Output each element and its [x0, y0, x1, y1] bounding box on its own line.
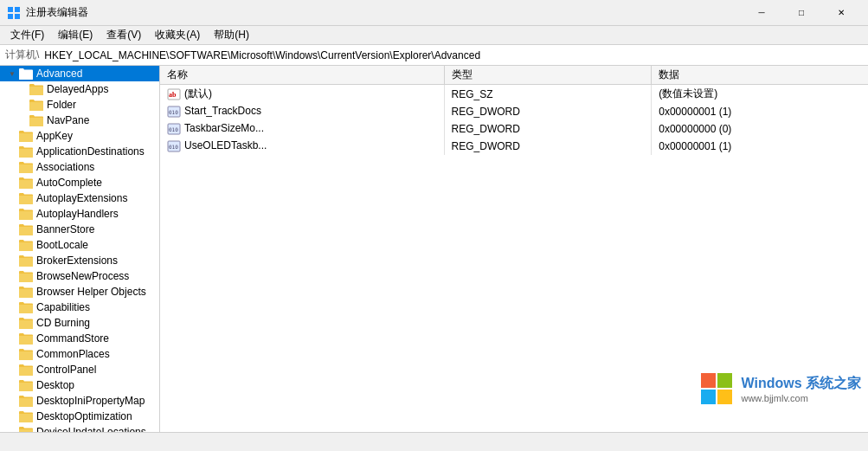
reg-type-cell: REG_DWORD [444, 138, 652, 155]
folder-icon [19, 285, 33, 299]
folder-icon [19, 145, 33, 158]
tree-item[interactable]: Browser Helper Objects [0, 284, 159, 300]
folder-icon [19, 363, 33, 377]
tree-item-label: AutoplayExtensions [36, 192, 127, 204]
menu-edit[interactable]: 编辑(E) [51, 26, 100, 44]
folder-icon [19, 222, 33, 236]
menu-favorites[interactable]: 收藏夹(A) [148, 26, 207, 44]
tree-item-label: CommandStore [36, 332, 109, 345]
close-button[interactable]: ✕ [821, 0, 861, 26]
tree-item-label: AutoplayHandlers [36, 208, 119, 220]
tree-item-label: ControlPanel [36, 364, 96, 376]
tree-item[interactable]: BrokerExtensions [0, 253, 159, 268]
tree-item[interactable]: DelayedApps [0, 81, 159, 97]
tree-panel: Advanced DelayedApps Folder NavPane AppK… [0, 66, 160, 432]
folder-icon [29, 98, 43, 112]
tree-item[interactable]: Advanced [0, 66, 159, 81]
svg-rect-12 [701, 373, 716, 388]
reg-data-cell: 0x00000001 (1) [652, 138, 868, 155]
menu-help[interactable]: 帮助(H) [207, 26, 256, 44]
tree-item[interactable]: CD Burning [0, 315, 159, 331]
watermark: Windows 系统之家 www.bjjmlv.com [699, 371, 861, 406]
tree-item-label: Capabilities [36, 301, 90, 313]
folder-icon [19, 269, 33, 283]
folder-icon [29, 113, 43, 127]
tree-item[interactable]: ApplicationDestinations [0, 144, 159, 159]
minimize-button[interactable]: ─ [742, 0, 781, 26]
tree-item[interactable]: ControlPanel [0, 362, 159, 377]
col-data: 数据 [652, 66, 868, 85]
tree-item-label: DelayedApps [47, 83, 108, 95]
tree-item[interactable]: AutoplayHandlers [0, 206, 159, 222]
tree-item-label: AutoComplete [36, 177, 102, 189]
svg-rect-3 [15, 14, 20, 19]
table-row[interactable]: 010 Start_TrackDocsREG_DWORD0x00000001 (… [160, 103, 868, 120]
folder-icon [19, 316, 33, 330]
reg-data-cell: (数值未设置) [652, 85, 868, 104]
reg-data-cell: 0x00000000 (0) [652, 120, 868, 138]
tree-item[interactable]: Associations [0, 159, 159, 175]
app-title: 注册表编辑器 [26, 5, 88, 20]
reg-type-cell: REG_DWORD [444, 103, 652, 120]
reg-type-cell: REG_DWORD [444, 120, 652, 138]
folder-icon [19, 332, 33, 345]
tree-item-label: Folder [47, 99, 76, 111]
col-type: 类型 [444, 66, 652, 85]
svg-rect-15 [717, 390, 732, 404]
folder-icon [19, 425, 33, 432]
title-bar-left: 注册表编辑器 [7, 5, 88, 20]
svg-rect-14 [701, 390, 716, 404]
folder-icon [19, 176, 33, 190]
table-row[interactable]: 010 UseOLEDTaskb...REG_DWORD0x00000001 (… [160, 138, 868, 155]
svg-rect-2 [8, 14, 13, 19]
maximize-button[interactable]: □ [781, 0, 821, 26]
tree-item[interactable]: AutoplayExtensions [0, 190, 159, 206]
tree-item[interactable]: CommandStore [0, 331, 159, 346]
tree-item[interactable]: BootLocale [0, 237, 159, 253]
folder-icon [19, 300, 33, 314]
windows-logo-icon [699, 371, 734, 406]
folder-icon [19, 67, 33, 81]
folder-icon [19, 378, 33, 392]
tree-item-label: ApplicationDestinations [36, 145, 145, 158]
tree-item-label: DesktopOptimization [36, 410, 132, 422]
watermark-text: Windows 系统之家 [741, 375, 861, 393]
table-row[interactable]: 010 TaskbarSizeMo...REG_DWORD0x00000000 … [160, 120, 868, 138]
menu-file[interactable]: 文件(F) [3, 26, 51, 44]
tree-item-label: BrowseNewProcess [36, 270, 129, 282]
tree-item[interactable]: BrowseNewProcess [0, 268, 159, 284]
menu-bar: 文件(F) 编辑(E) 查看(V) 收藏夹(A) 帮助(H) [0, 26, 868, 45]
tree-item[interactable]: Folder [0, 97, 159, 113]
tree-arrow-icon [7, 68, 17, 79]
title-bar: 注册表编辑器 ─ □ ✕ [0, 0, 868, 26]
svg-rect-0 [8, 7, 13, 12]
folder-icon [19, 394, 33, 408]
folder-icon [19, 191, 33, 205]
tree-item[interactable]: BannerStore [0, 222, 159, 237]
menu-view[interactable]: 查看(V) [100, 26, 148, 44]
watermark-url: www.bjjmlv.com [741, 393, 861, 403]
svg-rect-1 [15, 7, 20, 12]
table-row[interactable]: ab (默认)REG_SZ(数值未设置) [160, 85, 868, 104]
tree-item-label: DesktopIniPropertyMap [36, 395, 145, 407]
tree-item-label: Browser Helper Objects [36, 286, 146, 298]
tree-item[interactable]: DesktopOptimization [0, 409, 159, 424]
main-content: Advanced DelayedApps Folder NavPane AppK… [0, 66, 868, 432]
tree-item-label: Associations [36, 161, 94, 173]
tree-item[interactable]: AppKey [0, 128, 159, 144]
tree-item[interactable]: DeviceUpdateLocations [0, 424, 159, 432]
tree-item[interactable]: CommonPlaces [0, 346, 159, 362]
tree-item[interactable]: Capabilities [0, 300, 159, 315]
tree-item[interactable]: NavPane [0, 113, 159, 128]
tree-item[interactable]: AutoComplete [0, 175, 159, 190]
tree-item[interactable]: DesktopIniPropertyMap [0, 393, 159, 409]
tree-item[interactable]: Desktop [0, 377, 159, 393]
svg-text:ab: ab [169, 91, 177, 99]
registry-table: 名称 类型 数据 ab (默认)REG_SZ(数值未设置) 010 Start_… [160, 66, 868, 155]
folder-icon [19, 347, 33, 361]
address-prefix: 计算机\ [5, 48, 39, 62]
svg-text:010: 010 [169, 144, 178, 150]
reg-name-cell: 010 Start_TrackDocs [160, 103, 444, 120]
watermark-info: Windows 系统之家 www.bjjmlv.com [741, 375, 861, 403]
folder-icon [19, 238, 33, 252]
